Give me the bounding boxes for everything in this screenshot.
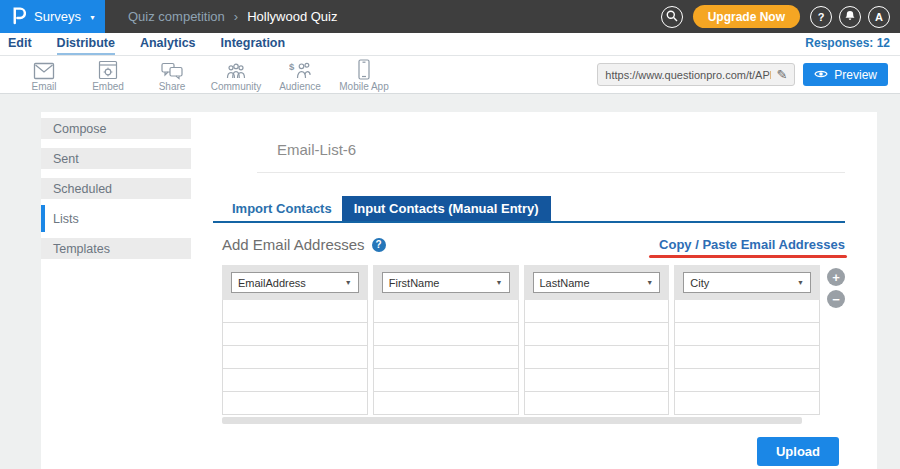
channel-label: Email [31,81,56,92]
help-circle-icon[interactable]: ? [372,238,386,252]
remove-row-button[interactable]: − [827,290,845,308]
app-menu-surveys[interactable]: Surveys ▼ [0,0,105,33]
chevron-down-icon: ▼ [496,279,503,286]
channel-embed[interactable]: Embed [76,58,140,92]
contact-cell-input-firstname[interactable] [373,300,519,323]
contacts-table-area: EmailAddress▼FirstName▼LastName▼City▼ + … [213,265,845,424]
channel-mobile-app[interactable]: Mobile App [332,58,396,92]
annotation-red-underline [649,255,847,258]
contact-cell-input-emailaddress[interactable] [222,369,368,392]
upgrade-now-button[interactable]: Upgrade Now [693,5,800,28]
bell-icon [844,10,856,24]
contacts-table: EmailAddress▼FirstName▼LastName▼City▼ [222,265,820,424]
channel-label: Community [211,81,262,92]
list-detail-main: Email-List-6 Import ContactsInput Contac… [191,112,877,469]
avatar[interactable]: A [868,6,890,28]
column-header-lastname: LastName▼ [524,265,670,300]
add-row-button[interactable]: + [827,268,845,286]
table-row [222,369,820,392]
column-header-firstname: FirstName▼ [373,265,519,300]
contacts-table-body [222,300,820,415]
share-icon [161,60,183,80]
topbar-actions: Upgrade Now ? A [661,5,900,28]
column-mapping-select-lastname[interactable]: LastName▼ [533,272,661,293]
column-header-emailaddress: EmailAddress▼ [222,265,368,300]
table-row [222,392,820,415]
channel-community[interactable]: Community [204,58,268,92]
column-header-city: City▼ [674,265,820,300]
responses-count[interactable]: Responses: 12 [805,36,892,50]
audience-icon: $ [289,60,311,80]
channel-email[interactable]: Email [12,58,76,92]
add-emails-section-header: Add Email Addresses ? Copy / Paste Email… [213,236,845,253]
sidebar-item-templates[interactable]: Templates [41,238,191,259]
channel-audience[interactable]: $Audience [268,58,332,92]
survey-nav-tabs: EditDistributeAnalyticsIntegration [8,36,310,55]
table-row [222,323,820,346]
nav-tab-distribute[interactable]: Distribute [57,36,115,55]
distribute-toolbar: EmailEmbedShareCommunity$AudienceMobile … [0,56,900,94]
section-title: Add Email Addresses ? [222,236,386,253]
contact-cell-input-lastname[interactable] [524,323,670,346]
search-button[interactable] [661,6,683,28]
selected-column-value: LastName [540,277,590,289]
channel-label: Mobile App [339,81,388,92]
column-mapping-select-city[interactable]: City▼ [683,272,811,293]
contact-cell-input-city[interactable] [674,369,820,392]
tab-import-contacts[interactable]: Import Contacts [222,196,342,221]
sidebar-item-sent[interactable]: Sent [41,148,191,169]
email-sidebar: ComposeSentScheduledListsTemplates [41,112,191,469]
contact-cell-input-firstname[interactable] [373,369,519,392]
contact-cell-input-emailaddress[interactable] [222,323,368,346]
channel-label: Audience [279,81,321,92]
selected-column-value: EmailAddress [238,277,306,289]
contact-cell-input-city[interactable] [674,346,820,369]
edit-url-pencil-icon[interactable]: ✎ [776,67,787,82]
breadcrumb-separator-icon: › [234,9,238,24]
help-button[interactable]: ? [810,6,832,28]
contact-cell-input-firstname[interactable] [373,346,519,369]
contacts-tabbar: Import ContactsInput Contacts (Manual En… [213,196,845,223]
contact-cell-input-lastname[interactable] [524,346,670,369]
preview-button[interactable]: Preview [803,63,888,86]
tab-input-contacts-manual-entry[interactable]: Input Contacts (Manual Entry) [342,196,551,221]
contact-cell-input-lastname[interactable] [524,392,670,415]
toolbar-right: https://www.questionpro.com/t/APNrfZ ✎ P… [597,63,888,86]
contact-cell-input-emailaddress[interactable] [222,392,368,415]
table-row [222,300,820,323]
horizontal-scrollbar[interactable] [222,417,802,424]
contact-cell-input-lastname[interactable] [524,300,670,323]
channel-list: EmailEmbedShareCommunity$AudienceMobile … [12,58,396,92]
contact-cell-input-firstname[interactable] [373,392,519,415]
contact-cell-input-lastname[interactable] [524,369,670,392]
nav-tab-analytics[interactable]: Analytics [140,36,196,55]
column-mapping-select-emailaddress[interactable]: EmailAddress▼ [231,272,359,293]
contact-cell-input-city[interactable] [674,300,820,323]
sidebar-item-scheduled[interactable]: Scheduled [41,178,191,199]
sidebar-item-compose[interactable]: Compose [41,118,191,139]
column-mapping-select-firstname[interactable]: FirstName▼ [382,272,510,293]
contact-cell-input-emailaddress[interactable] [222,346,368,369]
contact-cell-input-emailaddress[interactable] [222,300,368,323]
sidebar-item-lists[interactable]: Lists [41,205,191,232]
selected-column-value: FirstName [389,277,440,289]
embed-icon [98,60,118,80]
survey-url-input[interactable]: https://www.questionpro.com/t/APNrfZ ✎ [597,63,795,86]
contact-cell-input-firstname[interactable] [373,323,519,346]
nav-tab-edit[interactable]: Edit [8,36,32,55]
contacts-table-header: EmailAddress▼FirstName▼LastName▼City▼ [222,265,820,300]
copy-paste-email-link[interactable]: Copy / Paste Email Addresses [659,237,845,252]
contact-cell-input-city[interactable] [674,392,820,415]
channel-share[interactable]: Share [140,58,204,92]
list-title: Email-List-6 [277,141,845,158]
nav-tab-integration[interactable]: Integration [221,36,286,55]
upload-button[interactable]: Upload [757,437,839,466]
notifications-button[interactable] [839,6,861,28]
title-divider [257,172,845,173]
table-row [222,346,820,369]
contact-cell-input-city[interactable] [674,323,820,346]
breadcrumb-parent[interactable]: Quiz competition [128,9,225,24]
chevron-down-icon: ▼ [797,279,804,286]
preview-label: Preview [834,68,877,82]
top-bar: Surveys ▼ Quiz competition › Hollywood Q… [0,0,900,33]
